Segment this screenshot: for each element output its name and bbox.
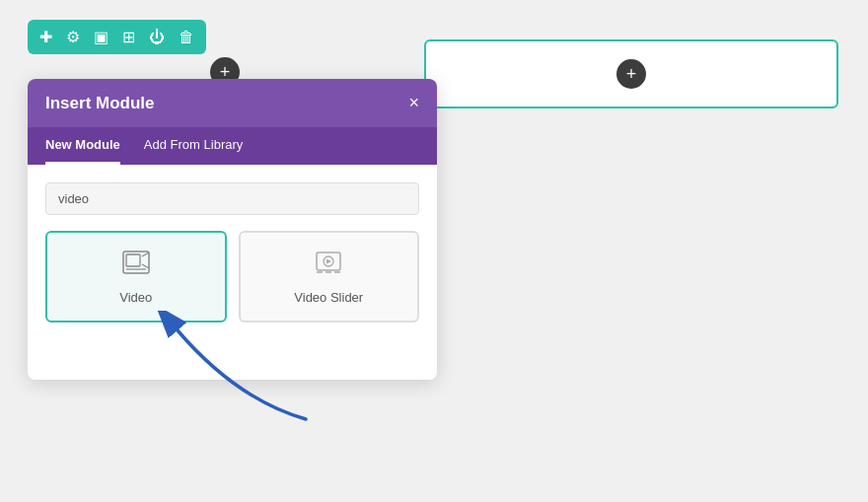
- module-item-video[interactable]: Video: [45, 231, 227, 323]
- power-icon[interactable]: ⏻: [149, 29, 165, 46]
- tab-new-module[interactable]: New Module: [45, 127, 120, 165]
- dialog-close-button[interactable]: ×: [408, 93, 419, 113]
- grid-icon[interactable]: ⊞: [122, 28, 135, 46]
- trash-icon[interactable]: 🗑: [179, 29, 194, 46]
- modules-grid: Video Video Slider: [45, 231, 419, 323]
- svg-line-2: [142, 252, 149, 256]
- toolbar: ✚ ⚙ ▣ ⊞ ⏻ 🗑: [28, 20, 206, 54]
- dialog-body: Video Video Slider: [28, 165, 437, 340]
- module-search-input[interactable]: [45, 182, 419, 215]
- svg-marker-7: [326, 259, 331, 264]
- video-module-label: Video: [119, 290, 152, 305]
- dialog-title: Insert Module: [45, 94, 155, 113]
- video-slider-module-label: Video Slider: [294, 290, 363, 305]
- dialog-header: Insert Module ×: [28, 79, 437, 127]
- columns-icon[interactable]: ▣: [94, 28, 108, 46]
- insert-module-dialog: Insert Module × New Module Add From Libr…: [28, 79, 437, 380]
- right-panel-add-button[interactable]: +: [616, 59, 646, 89]
- video-slider-module-icon: [315, 249, 342, 282]
- gear-icon[interactable]: ⚙: [66, 28, 80, 46]
- add-icon[interactable]: ✚: [39, 28, 52, 46]
- dialog-bottom-spacer: [28, 340, 437, 380]
- tab-add-from-library[interactable]: Add From Library: [144, 127, 243, 165]
- dialog-tabs: New Module Add From Library: [28, 127, 437, 165]
- svg-line-3: [142, 264, 149, 268]
- video-module-icon: [122, 249, 150, 282]
- right-panel: +: [424, 39, 838, 108]
- module-item-video-slider[interactable]: Video Slider: [239, 231, 420, 323]
- svg-rect-1: [126, 254, 140, 266]
